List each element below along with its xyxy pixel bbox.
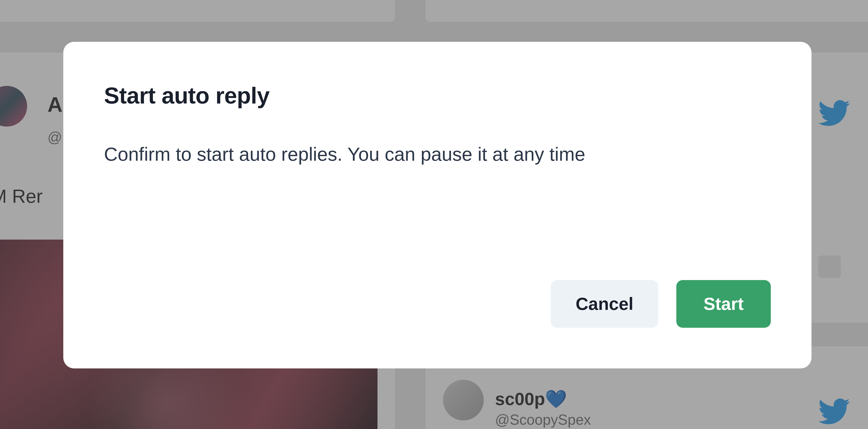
- start-button[interactable]: Start: [676, 280, 771, 328]
- modal-footer: Cancel Start: [104, 280, 771, 328]
- modal-body-text: Confirm to start auto replies. You can p…: [104, 141, 771, 271]
- cancel-button[interactable]: Cancel: [551, 280, 658, 328]
- modal-title: Start auto reply: [104, 83, 771, 109]
- start-auto-reply-modal: Start auto reply Confirm to start auto r…: [63, 42, 811, 368]
